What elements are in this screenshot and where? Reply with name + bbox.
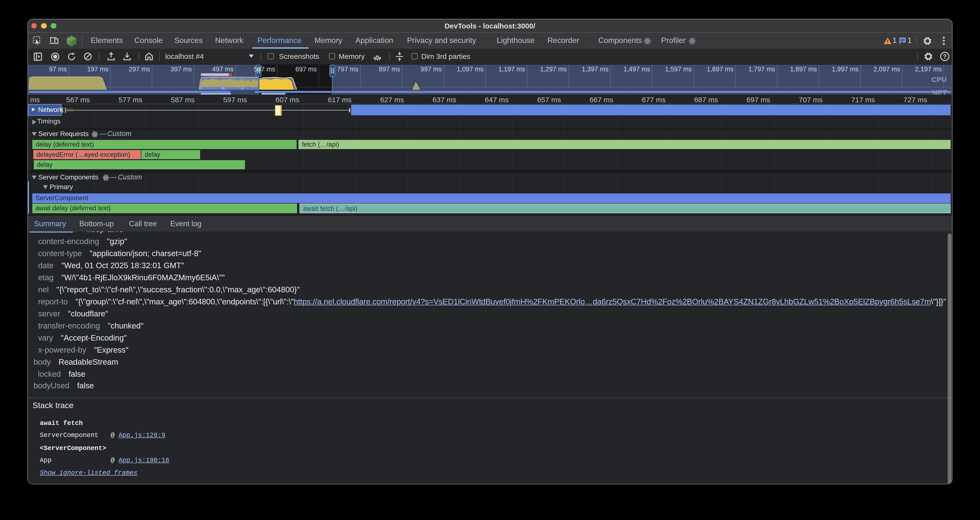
svg-text:1,197 ms: 1,197 ms [498,65,525,73]
svg-text:1,797 ms: 1,797 ms [748,65,775,73]
svg-text:1,597 ms: 1,597 ms [665,65,692,73]
svg-text:1,497 ms: 1,497 ms [624,65,650,73]
svg-text:1,397 ms: 1,397 ms [582,65,608,73]
svg-text:1,997 ms: 1,997 ms [832,65,859,73]
svg-text:697 ms: 697 ms [295,65,317,73]
svg-text:1,097 ms: 1,097 ms [457,65,484,73]
svg-text:1,297 ms: 1,297 ms [540,65,567,73]
svg-text:397 ms: 397 ms [170,65,192,73]
svg-text:197 ms: 197 ms [87,65,108,73]
svg-text:497 ms: 497 ms [212,65,234,73]
svg-text:1,697 ms: 1,697 ms [707,65,733,73]
svg-text:297 ms: 297 ms [129,65,150,73]
svg-text:1,897 ms: 1,897 ms [790,65,817,73]
svg-text:797 ms: 797 ms [337,65,359,73]
svg-text:CPU: CPU [932,75,947,83]
svg-text:2,197 ms: 2,197 ms [915,65,942,73]
svg-text:2,097 ms: 2,097 ms [873,65,900,73]
svg-text:NET: NET [932,89,947,95]
svg-text:897 ms: 897 ms [379,65,400,73]
svg-text:597 ms: 597 ms [254,65,275,73]
svg-text:97 ms: 97 ms [49,65,67,73]
svg-text:?: ? [943,53,946,60]
svg-text:997 ms: 997 ms [420,65,442,73]
